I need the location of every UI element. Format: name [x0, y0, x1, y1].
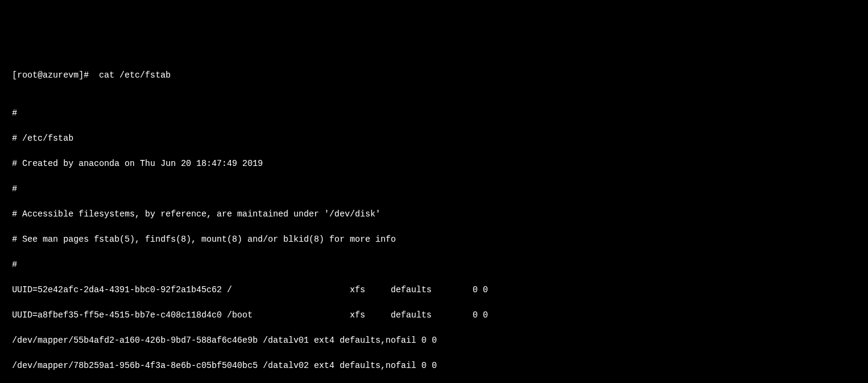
terminal-line: #	[12, 107, 868, 120]
terminal-line: # See man pages fstab(5), findfs(8), mou…	[12, 233, 868, 246]
terminal-line: UUID=a8fbef35-ff5e-4515-bb7e-c408c118d4c…	[12, 309, 868, 322]
terminal-line: [root@azurevm]# cat /etc/fstab	[12, 69, 868, 82]
terminal-line: #	[12, 183, 868, 195]
terminal-line: # Created by anaconda on Thu Jun 20 18:4…	[12, 158, 868, 170]
terminal-output: [root@azurevm]# cat /etc/fstab # # /etc/…	[12, 57, 868, 383]
terminal-line: /dev/mapper/78b259a1-956b-4f3a-8e6b-c05b…	[12, 360, 868, 372]
terminal-line: # Accessible filesystems, by reference, …	[12, 208, 868, 221]
terminal-line: # /etc/fstab	[12, 132, 868, 145]
terminal-line: /dev/mapper/55b4afd2-a160-426b-9bd7-588a…	[12, 334, 868, 347]
terminal-line: #	[12, 259, 868, 271]
terminal-line: UUID=52e42afc-2da4-4391-bbc0-92f2a1b45c6…	[12, 284, 868, 296]
